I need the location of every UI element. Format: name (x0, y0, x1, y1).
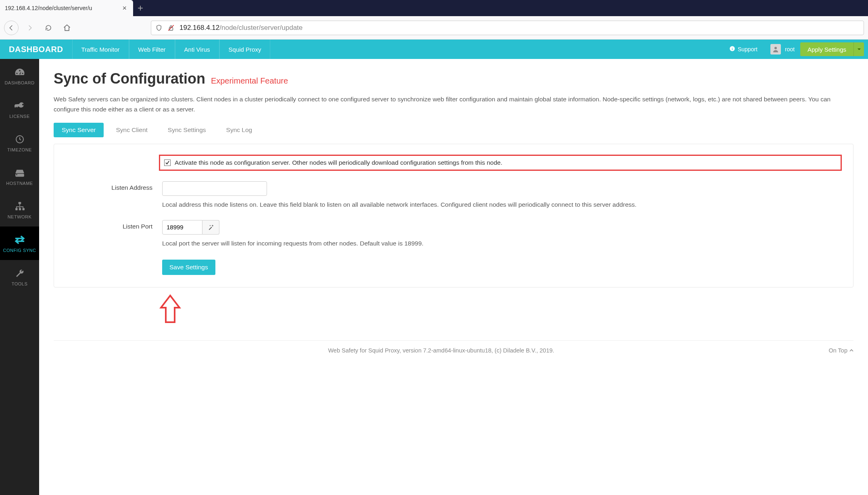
sidebar-item-label: CONFIG SYNC (3, 248, 36, 253)
exchange-icon (14, 234, 25, 245)
svg-rect-7 (15, 208, 17, 210)
tab-sync-log[interactable]: Sync Log (218, 123, 261, 137)
wrench-icon (15, 268, 25, 279)
row-listen-address: Listen Address Local address this node l… (65, 181, 842, 210)
reload-button[interactable] (41, 21, 56, 35)
row-listen-port: Listen Port Local port the server will l… (65, 220, 842, 248)
sidebar-item-timezone[interactable]: TIMEZONE (0, 126, 39, 159)
user-menu[interactable]: root (765, 44, 800, 55)
home-button[interactable] (60, 21, 74, 35)
content: Sync of Configuration Experimental Featu… (39, 59, 868, 495)
listen-address-label: Listen Address (65, 181, 162, 210)
sidebar-item-tools[interactable]: TOOLS (0, 260, 39, 294)
close-icon[interactable]: × (121, 4, 128, 13)
browser-tab-strip: 192.168.4.12/node/cluster/server/u × + (0, 0, 868, 16)
page-description: Web Safety servers can be organized into… (54, 94, 853, 115)
drive-icon (15, 167, 25, 178)
tab-sync-client[interactable]: Sync Client (108, 123, 155, 137)
sidebar-item-label: HOSTNAME (6, 181, 33, 186)
tab-sync-server[interactable]: Sync Server (54, 123, 104, 137)
tab-sync-settings[interactable]: Sync Settings (160, 123, 214, 137)
sidebar-item-label: LICENSE (9, 114, 30, 119)
support-link[interactable]: i Support (722, 46, 765, 53)
page-subtitle: Experimental Feature (211, 76, 288, 85)
gauge-icon (14, 67, 25, 78)
sidebar-item-label: NETWORK (8, 214, 32, 219)
url-bar[interactable]: 192.168.4.12/node/cluster/server/update (151, 21, 864, 35)
apply-settings-group: Apply Settings (800, 40, 868, 59)
activate-label: Activate this node as configuration serv… (175, 159, 502, 166)
user-label: root (785, 46, 795, 52)
clock-icon (15, 134, 25, 145)
chevron-up-icon (849, 348, 853, 352)
nav-squid-proxy[interactable]: Squid Proxy (219, 40, 271, 59)
page-heading: Sync of Configuration Experimental Featu… (54, 70, 853, 87)
nav-traffic-monitor[interactable]: Traffic Monitor (72, 40, 129, 59)
app-navbar: DASHBOARD Traffic Monitor Web Filter Ant… (0, 40, 868, 59)
browser-tab[interactable]: 192.168.4.12/node/cluster/server/u × (0, 0, 133, 16)
sidebar-item-hostname[interactable]: HOSTNAME (0, 159, 39, 193)
listen-address-help: Local address this node listens on. Leav… (162, 200, 842, 210)
info-icon: i (729, 46, 735, 53)
forward-button[interactable] (23, 21, 37, 35)
activate-highlight: Activate this node as configuration serv… (159, 155, 842, 171)
sidebar-item-config-sync[interactable]: CONFIG SYNC (0, 227, 39, 260)
sidebar-item-label: DASHBOARD (4, 80, 34, 85)
svg-point-4 (774, 47, 777, 49)
new-tab-button[interactable]: + (133, 0, 148, 16)
sidebar-item-license[interactable]: LICENSE (0, 92, 39, 126)
shield-icon (155, 24, 163, 31)
footer: Web Safety for Squid Proxy, version 7.2-… (54, 340, 853, 354)
activate-checkbox[interactable] (164, 159, 171, 166)
listen-port-wand-button[interactable] (202, 220, 219, 235)
listen-port-input[interactable] (162, 220, 202, 235)
url-text: 192.168.4.12/node/cluster/server/update (179, 24, 303, 32)
svg-rect-6 (18, 202, 21, 204)
browser-tab-title: 192.168.4.12/node/cluster/server/u (5, 5, 92, 11)
browser-toolbar: 192.168.4.12/node/cluster/server/update (0, 16, 868, 40)
sidebar: DASHBOARD LICENSE TIMEZONE HOSTNAME NETW… (0, 59, 39, 495)
footer-text: Web Safety for Squid Proxy, version 7.2-… (328, 347, 554, 354)
annotation-arrow-icon (159, 293, 853, 326)
on-top-link[interactable]: On Top (828, 347, 853, 354)
key-icon (15, 100, 25, 111)
insecure-lock-icon (167, 24, 175, 31)
page-title: Sync of Configuration (54, 70, 205, 87)
tabs: Sync Server Sync Client Sync Settings Sy… (54, 123, 853, 137)
listen-address-input[interactable] (162, 181, 267, 196)
apply-settings-button[interactable]: Apply Settings (800, 42, 853, 56)
brand[interactable]: DASHBOARD (0, 45, 72, 54)
sidebar-item-network[interactable]: NETWORK (0, 193, 39, 227)
listen-port-label: Listen Port (65, 220, 162, 248)
sidebar-item-label: TIMEZONE (7, 147, 32, 152)
svg-rect-9 (22, 208, 24, 210)
apply-settings-caret[interactable] (853, 42, 864, 56)
sidebar-item-label: TOOLS (12, 281, 28, 286)
sidebar-item-dashboard[interactable]: DASHBOARD (0, 59, 39, 92)
avatar-icon (770, 44, 781, 55)
nav-web-filter[interactable]: Web Filter (129, 40, 175, 59)
svg-rect-8 (19, 208, 21, 210)
nav-anti-virus[interactable]: Anti Virus (175, 40, 219, 59)
form-panel: Activate this node as configuration serv… (54, 144, 853, 287)
listen-port-help: Local port the server will listen for in… (162, 239, 842, 248)
back-button[interactable] (4, 21, 19, 35)
support-label: Support (738, 46, 757, 52)
sitemap-icon (15, 201, 25, 212)
save-settings-button[interactable]: Save Settings (162, 260, 215, 275)
browser-chrome: 192.168.4.12/node/cluster/server/u × + 1… (0, 0, 868, 40)
